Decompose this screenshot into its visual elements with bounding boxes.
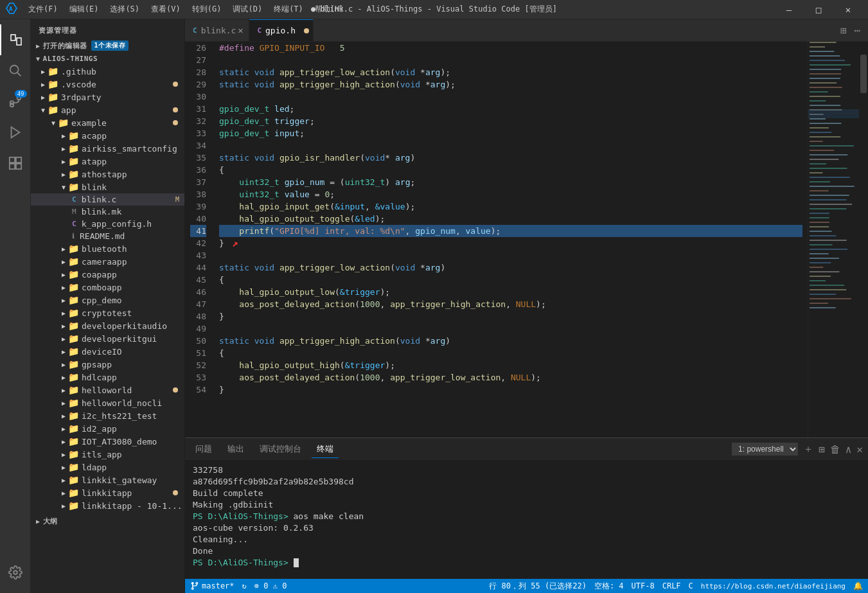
project-section[interactable]: ▼ ALIOS-THINGS bbox=[31, 53, 184, 65]
tab-close-button[interactable]: ✕ bbox=[235, 24, 246, 36]
menu-goto[interactable]: 转到(G) bbox=[187, 3, 227, 16]
sidebar-item-acapp[interactable]: ▶ 📁 acapp bbox=[31, 129, 184, 142]
folder-arrow: ▶ bbox=[62, 258, 66, 265]
sync-button[interactable]: ↻ bbox=[242, 581, 247, 590]
open-editors-section[interactable]: ▶ 打开的编辑器 1个未保存 bbox=[31, 39, 184, 53]
folder-arrow: ▶ bbox=[62, 132, 66, 139]
panel-tab-terminal[interactable]: 终端 bbox=[312, 441, 339, 458]
close-panel-button[interactable]: ✕ bbox=[856, 443, 863, 456]
encoding-indicator[interactable]: UTF-8 bbox=[632, 581, 655, 590]
sidebar-item-blink[interactable]: ▼ 📁 blink bbox=[31, 181, 184, 193]
sidebar-item-gpsapp[interactable]: ▶ 📁 gpsapp bbox=[31, 358, 184, 371]
code-line: { bbox=[219, 347, 802, 359]
activity-settings[interactable] bbox=[0, 557, 31, 588]
sidebar-item-linkkitapp2[interactable]: ▶ 📁 linkkitapp - 10-1... bbox=[31, 499, 184, 512]
activity-explorer[interactable] bbox=[0, 24, 31, 55]
kill-terminal-button[interactable]: 🗑 bbox=[830, 443, 840, 456]
panel-tab-output[interactable]: 输出 bbox=[222, 441, 249, 457]
notification-bell[interactable]: 🔔 bbox=[853, 581, 863, 590]
spaces-setting[interactable]: 空格: 4 bbox=[594, 581, 624, 592]
sidebar-item-linkkit-gateway[interactable]: ▶ 📁 linkkit_gateway bbox=[31, 474, 184, 486]
close-button[interactable]: ✕ bbox=[833, 0, 863, 19]
editor-scrollbar[interactable] bbox=[859, 42, 868, 438]
item-label: helloworld_nocli bbox=[82, 398, 184, 408]
code-editor[interactable]: 26 27 28 29 30 31 32 33 34 35 36 37 38 3… bbox=[185, 42, 868, 438]
item-label: helloworld bbox=[82, 385, 173, 395]
sidebar-item-iot[interactable]: ▶ 📁 IOT_AT3080_demo bbox=[31, 435, 184, 448]
project-label: ALIOS-THINGS bbox=[43, 55, 98, 63]
sidebar-item-deviceio[interactable]: ▶ 📁 deviceIO bbox=[31, 345, 184, 358]
open-editors-label: 打开的编辑器 bbox=[43, 41, 87, 51]
tab-gpio-h[interactable]: C gpio.h bbox=[249, 19, 314, 41]
line-ending[interactable]: CRLF bbox=[662, 581, 681, 590]
sidebar-item-coapapp[interactable]: ▶ 📁 coapapp bbox=[31, 268, 184, 281]
menu-select[interactable]: 选择(S) bbox=[105, 3, 145, 16]
errors-indicator[interactable]: ⊗ 0 ⚠ 0 bbox=[254, 581, 287, 590]
tab-file-icon: C bbox=[257, 26, 261, 35]
activity-source-control[interactable]: 49 bbox=[0, 86, 31, 117]
sidebar-item-comboapp[interactable]: ▶ 📁 comboapp bbox=[31, 281, 184, 294]
sidebar-item-linkkitapp[interactable]: ▶ 📁 linkkitapp bbox=[31, 486, 184, 499]
sidebar-item-readme[interactable]: ℹ README.md bbox=[31, 230, 184, 242]
sidebar-item-airkiss[interactable]: ▶ 📁 airkiss_smartconfig bbox=[31, 142, 184, 155]
split-editor-button[interactable]: ⊞ bbox=[838, 23, 849, 38]
outline-arrow: ▶ bbox=[36, 518, 40, 525]
sidebar-item-cameraapp[interactable]: ▶ 📁 cameraapp bbox=[31, 255, 184, 268]
new-terminal-button[interactable]: ＋ bbox=[803, 443, 813, 456]
outline-section[interactable]: ▶ 大纲 bbox=[31, 515, 184, 528]
terminal-line: 332758 bbox=[193, 465, 860, 476]
sidebar-item-app[interactable]: ▼ 📁 app bbox=[31, 103, 184, 116]
sidebar-item-github[interactable]: ▶ 📁 .github bbox=[31, 65, 184, 78]
source-control-badge: 49 bbox=[15, 90, 27, 98]
menu-edit[interactable]: 编辑(E) bbox=[64, 3, 104, 16]
split-terminal-button[interactable]: ⊞ bbox=[819, 443, 825, 456]
folder-icon: 📁 bbox=[48, 66, 58, 76]
sidebar-item-3rdparty[interactable]: ▶ 📁 3rdparty bbox=[31, 91, 184, 103]
activity-extensions[interactable] bbox=[0, 148, 31, 179]
language-mode[interactable]: C bbox=[689, 581, 693, 590]
git-branch[interactable]: master* bbox=[190, 581, 235, 590]
sidebar-item-bluetooth[interactable]: ▶ 📁 bluetooth bbox=[31, 242, 184, 255]
activity-debug[interactable] bbox=[0, 117, 31, 148]
sidebar-item-atapp[interactable]: ▶ 📁 atapp bbox=[31, 155, 184, 168]
sidebar-item-itls[interactable]: ▶ 📁 itls_app bbox=[31, 448, 184, 461]
maximize-panel-button[interactable]: ∧ bbox=[846, 443, 852, 456]
folder-icon: 📁 bbox=[68, 449, 79, 459]
sidebar-item-blink-c[interactable]: C blink.c M bbox=[31, 193, 184, 206]
sidebar-item-devkitgui[interactable]: ▶ 📁 developerkitgui bbox=[31, 332, 184, 345]
file-mk-icon: M bbox=[72, 208, 76, 216]
folder-arrow: ▶ bbox=[62, 502, 66, 509]
sidebar-item-ldapp[interactable]: ▶ 📁 ldapp bbox=[31, 461, 184, 474]
activity-search[interactable] bbox=[0, 55, 31, 86]
tab-blink-c[interactable]: C blink.c ✕ bbox=[185, 19, 249, 41]
sidebar-item-cpp-demo[interactable]: ▶ 📁 cpp_demo bbox=[31, 294, 184, 306]
code-line: hal_gpio_input_get(&input, &value); bbox=[219, 200, 802, 213]
sidebar-item-helloworld-nocli[interactable]: ▶ 📁 helloworld_nocli bbox=[31, 396, 184, 409]
terminal-line: Build complete bbox=[193, 488, 860, 499]
minimize-button[interactable]: — bbox=[774, 0, 804, 19]
more-actions-button[interactable]: ⋯ bbox=[851, 23, 863, 38]
sidebar-item-id2app[interactable]: ▶ 📁 id2_app bbox=[31, 422, 184, 435]
maximize-button[interactable]: □ bbox=[804, 0, 833, 19]
panel-tab-debug-console[interactable]: 调试控制台 bbox=[254, 441, 306, 457]
panel-tab-problems[interactable]: 问题 bbox=[190, 441, 217, 457]
terminal-content[interactable]: 332758 a876d695ffc9b9b2af2a9b82e5b398cd … bbox=[185, 461, 868, 579]
sidebar-item-i2c[interactable]: ▶ 📁 i2c_hts221_test bbox=[31, 409, 184, 422]
code-content[interactable]: #define GPIO_INPUT_IO 5 static void app_… bbox=[214, 42, 808, 438]
menu-view[interactable]: 查看(V) bbox=[146, 3, 186, 16]
sidebar-item-devkitaudio[interactable]: ▶ 📁 developerkitaudio bbox=[31, 319, 184, 332]
sidebar-item-vscode[interactable]: ▶ 📁 .vscode bbox=[31, 78, 184, 91]
sidebar-item-kconfig[interactable]: C k_app_config.h bbox=[31, 218, 184, 230]
sidebar-item-cryptotest[interactable]: ▶ 📁 cryptotest bbox=[31, 306, 184, 319]
sidebar-item-helloworld[interactable]: ▶ 📁 helloworld bbox=[31, 384, 184, 396]
cursor-position[interactable]: 行 80，列 55 (已选择22) bbox=[489, 581, 586, 592]
menu-debug[interactable]: 调试(D) bbox=[227, 3, 267, 16]
scrollbar-thumb[interactable] bbox=[860, 55, 867, 93]
sidebar-item-blink-mk[interactable]: M blink.mk bbox=[31, 206, 184, 218]
shell-selector[interactable]: 1: powershell bbox=[732, 443, 798, 456]
sidebar-item-example[interactable]: ▼ 📁 example bbox=[31, 116, 184, 129]
menu-terminal[interactable]: 终端(T) bbox=[269, 3, 308, 16]
menu-file[interactable]: 文件(F) bbox=[23, 3, 63, 16]
sidebar-item-athostapp[interactable]: ▶ 📁 athostapp bbox=[31, 168, 184, 181]
sidebar-item-hdlcapp[interactable]: ▶ 📁 hdlcapp bbox=[31, 371, 184, 384]
